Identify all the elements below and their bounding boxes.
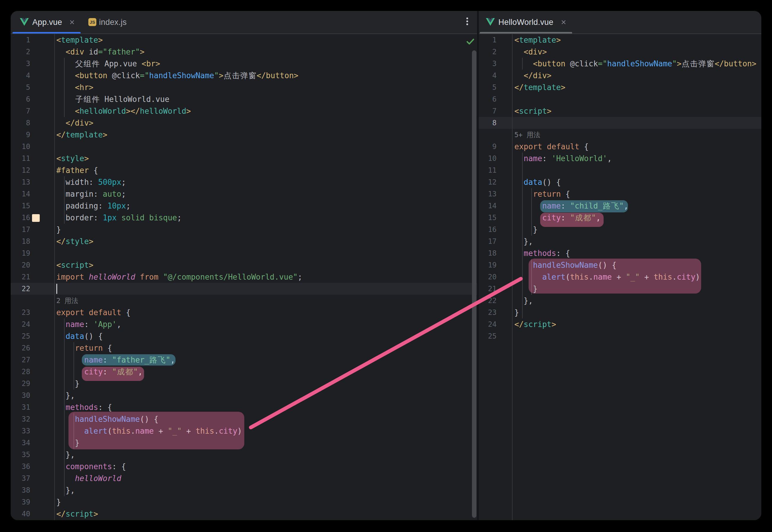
code-line[interactable]: } <box>514 283 537 295</box>
current-line-highlight <box>479 117 761 129</box>
line-number: 7 <box>479 105 496 117</box>
code-line[interactable]: </div> <box>514 70 551 81</box>
inlay-usages-hint[interactable]: 2 用法 <box>56 295 78 307</box>
code-line[interactable]: export default { <box>56 307 130 318</box>
code-line[interactable]: <hr> <box>56 81 93 93</box>
code-line[interactable]: }, <box>514 235 533 247</box>
code-line[interactable]: components: { <box>56 461 126 472</box>
code-line[interactable]: }, <box>56 390 75 401</box>
line-number: 32 <box>11 413 30 425</box>
code-line[interactable]: }, <box>514 295 533 307</box>
code-line[interactable]: }, <box>56 484 75 496</box>
line-number: 13 <box>11 176 30 188</box>
line-number: 4 <box>479 70 496 81</box>
code-line[interactable]: } <box>56 437 79 449</box>
code-line[interactable]: <div> <box>514 46 547 58</box>
code-line[interactable]: </template> <box>56 129 107 141</box>
code-line[interactable]: alert(this.name + "_" + this.city) <box>56 425 242 437</box>
code-line[interactable]: } <box>514 307 519 318</box>
line-number: 9 <box>11 129 30 141</box>
tab-app-vue[interactable]: App.vue <box>11 11 81 33</box>
code-line[interactable]: data() { <box>514 176 561 188</box>
js-file-icon: JS <box>88 18 96 26</box>
code-line[interactable]: name: 'App', <box>56 318 121 330</box>
code-line[interactable]: methods: { <box>56 401 112 413</box>
code-line[interactable]: } <box>514 224 537 235</box>
line-number: 21 <box>11 271 30 283</box>
line-number: 20 <box>11 259 30 271</box>
color-preview-swatch[interactable] <box>32 214 40 222</box>
code-line[interactable]: }, <box>56 449 75 461</box>
code-line[interactable]: data() { <box>56 330 103 342</box>
code-line[interactable]: return { <box>56 342 112 354</box>
code-line[interactable]: <button @click="handleShowName">点击弹窗</bu… <box>514 58 756 70</box>
code-line[interactable]: } <box>56 378 79 390</box>
code-line[interactable]: name: "father_路飞", <box>56 354 175 366</box>
tabbar-left: App.vue JS index.js <box>11 11 477 33</box>
line-number: 33 <box>11 425 30 437</box>
code-line[interactable]: name: 'HelloWorld', <box>514 153 612 164</box>
code-line[interactable]: </script> <box>514 318 556 330</box>
scrollbar-thumb[interactable] <box>472 50 476 518</box>
close-icon[interactable] <box>560 19 566 25</box>
code-line[interactable]: border: 1px solid bisque; <box>56 212 182 224</box>
line-number: 4 <box>11 70 30 81</box>
code-line[interactable]: </script> <box>56 508 98 520</box>
code-line[interactable]: handleShowName() { <box>56 413 158 425</box>
code-line[interactable]: </template> <box>514 81 565 93</box>
code-line[interactable]: <style> <box>56 153 89 164</box>
line-number: 10 <box>479 153 496 164</box>
code-line[interactable]: </style> <box>56 235 93 247</box>
inlay-usages-hint[interactable]: 5+ 用法 <box>514 129 540 141</box>
code-line[interactable]: #father { <box>56 164 98 176</box>
code-line[interactable]: padding: 10px; <box>56 200 130 212</box>
code-line[interactable]: <script> <box>56 259 93 271</box>
code-line[interactable]: <template> <box>514 34 561 46</box>
tab-label: App.vue <box>32 18 62 27</box>
code-line[interactable]: } <box>56 224 61 235</box>
code-line[interactable]: margin: auto; <box>56 188 126 200</box>
code-line[interactable]: <button @click="handleShowName">点击弹窗</bu… <box>56 70 298 81</box>
code-line[interactable]: 子组件 HelloWorld.vue <box>56 93 169 105</box>
kebab-menu-icon[interactable] <box>464 16 471 28</box>
inspections-ok-icon[interactable] <box>466 38 475 47</box>
text-cursor <box>56 284 57 294</box>
line-number: 19 <box>11 247 30 259</box>
close-icon[interactable] <box>69 19 75 25</box>
code-line[interactable]: width: 500px; <box>56 176 126 188</box>
editor-helloworld-vue[interactable]: 1<template>2 <div>3 <button @click="hand… <box>479 34 761 520</box>
code-line[interactable]: name: "child_路飞", <box>514 200 629 212</box>
code-line[interactable]: return { <box>514 188 570 200</box>
tab-index-js[interactable]: JS index.js <box>85 11 144 33</box>
line-number: 16 <box>479 224 496 235</box>
line-number: 24 <box>479 318 496 330</box>
line-number: 12 <box>479 176 496 188</box>
code-line[interactable]: city: "成都", <box>56 366 142 378</box>
code-line[interactable]: helloWorld <box>56 472 121 484</box>
code-line[interactable]: handleShowName() { <box>514 259 616 271</box>
line-number: 9 <box>479 141 496 153</box>
line-number: 8 <box>11 117 30 129</box>
code-line[interactable]: methods: { <box>514 247 570 259</box>
code-line[interactable]: alert(this.name + "_" + this.city) <box>514 271 700 283</box>
code-line[interactable]: import helloWorld from "@/components/Hel… <box>56 271 302 283</box>
code-line[interactable]: export default { <box>514 141 589 153</box>
line-number: 6 <box>11 93 30 105</box>
line-number: 35 <box>11 449 30 461</box>
code-line[interactable]: 父组件 App.vue <br> <box>56 58 160 70</box>
code-line[interactable]: <helloWorld></helloWorld> <box>56 105 191 117</box>
vue-logo-icon <box>486 18 495 27</box>
code-line[interactable]: <div id="father"> <box>56 46 144 58</box>
code-line[interactable]: city: "成都", <box>514 212 601 224</box>
code-line[interactable]: } <box>56 496 61 508</box>
code-line[interactable]: </div> <box>56 117 93 129</box>
line-number: 26 <box>11 342 30 354</box>
line-number: 37 <box>11 472 30 484</box>
line-number: 3 <box>479 58 496 70</box>
code-line[interactable]: <script> <box>514 105 551 117</box>
line-number: 38 <box>11 484 30 496</box>
tab-helloworld-vue[interactable]: HelloWorld.vue <box>479 11 574 33</box>
code-line[interactable]: <template> <box>56 34 103 46</box>
editor-app-vue[interactable]: 1<template>2 <div id="father">3 父组件 App.… <box>11 34 477 520</box>
line-number: 13 <box>479 188 496 200</box>
